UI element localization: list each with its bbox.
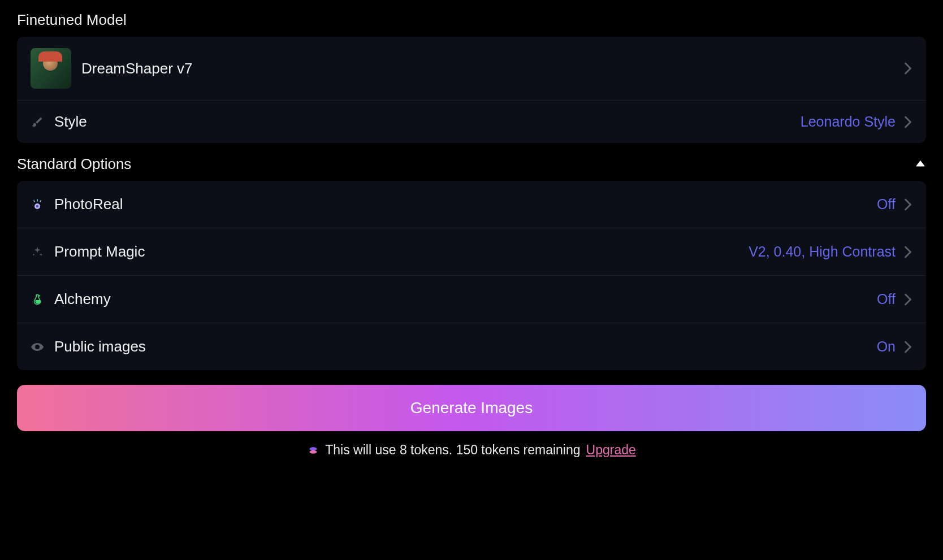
style-row[interactable]: Style Leonardo Style	[17, 101, 926, 143]
generate-button[interactable]: Generate Images	[17, 385, 926, 431]
token-note: This will use 8 tokens. 150 tokens remai…	[17, 442, 926, 458]
sparkle-icon	[31, 245, 44, 259]
standard-options-card: PhotoReal Off Prompt Magic V2, 0.40, Hig…	[17, 181, 926, 370]
brush-icon	[31, 115, 44, 129]
alchemy-value: Off	[877, 291, 896, 307]
model-row[interactable]: DreamShaper v7	[17, 37, 926, 101]
style-label: Style	[54, 113, 87, 131]
model-thumbnail	[31, 48, 71, 89]
prompt-magic-value: V2, 0.40, High Contrast	[749, 244, 896, 260]
public-images-label: Public images	[54, 338, 146, 355]
prompt-magic-label: Prompt Magic	[54, 243, 145, 261]
chevron-right-icon	[903, 245, 912, 259]
svg-point-2	[38, 295, 40, 297]
public-images-value: On	[877, 338, 896, 355]
token-text: This will use 8 tokens. 150 tokens remai…	[325, 442, 580, 458]
svg-point-3	[36, 346, 38, 348]
style-value: Leonardo Style	[801, 114, 896, 130]
svg-point-1	[36, 205, 38, 207]
chevron-right-icon	[903, 293, 912, 306]
svg-point-4	[310, 447, 317, 450]
photoreal-icon	[31, 198, 44, 211]
photoreal-row[interactable]: PhotoReal Off	[17, 181, 926, 228]
chevron-right-icon	[903, 198, 912, 211]
chevron-right-icon	[903, 340, 912, 354]
chevron-right-icon	[903, 115, 912, 129]
token-icon	[307, 444, 319, 457]
chevron-right-icon	[903, 62, 912, 75]
finetuned-model-card: DreamShaper v7 Style Leonardo Style	[17, 37, 926, 143]
eye-icon	[31, 340, 44, 354]
svg-point-5	[310, 450, 317, 453]
collapse-caret-icon[interactable]	[915, 159, 926, 170]
photoreal-label: PhotoReal	[54, 196, 123, 213]
model-name: DreamShaper v7	[81, 60, 193, 77]
alchemy-row[interactable]: Alchemy Off	[17, 276, 926, 323]
photoreal-value: Off	[877, 196, 896, 212]
upgrade-link[interactable]: Upgrade	[586, 442, 636, 458]
potion-icon	[31, 293, 44, 306]
standard-options-title: Standard Options	[17, 155, 131, 173]
prompt-magic-row[interactable]: Prompt Magic V2, 0.40, High Contrast	[17, 228, 926, 276]
alchemy-label: Alchemy	[54, 290, 111, 308]
finetuned-model-title: Finetuned Model	[17, 11, 926, 29]
public-images-row[interactable]: Public images On	[17, 323, 926, 370]
